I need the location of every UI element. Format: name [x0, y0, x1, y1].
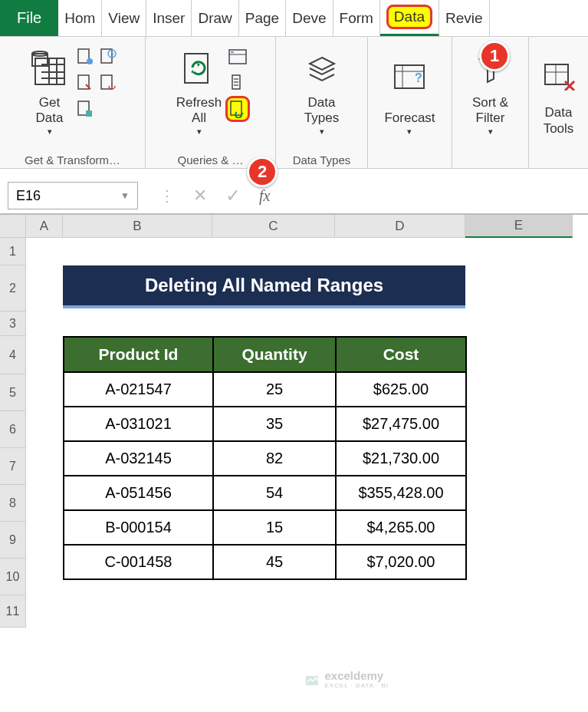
tab-formulas[interactable]: Form: [333, 0, 380, 36]
formula-bar: E16 ▼ ⋮ ✕ ✓ fx: [0, 178, 588, 215]
chevron-down-icon[interactable]: ▼: [120, 190, 130, 201]
svg-rect-12: [86, 110, 92, 117]
name-box[interactable]: E16 ▼: [8, 182, 138, 209]
cancel-icon[interactable]: ✕: [193, 186, 207, 206]
cell-cost[interactable]: $4,265.00: [336, 510, 466, 545]
select-all-corner[interactable]: [0, 215, 26, 238]
existing-connections-icon[interactable]: [97, 72, 120, 94]
tab-insert[interactable]: Inser: [146, 0, 192, 36]
tab-data[interactable]: Data: [380, 0, 439, 36]
data-tools-icon: [542, 60, 576, 91]
data-tools-button[interactable]: Data Tools: [537, 41, 580, 140]
fx-icon[interactable]: fx: [259, 187, 270, 205]
cell-cost[interactable]: $625.00: [336, 372, 466, 407]
properties-icon[interactable]: [226, 72, 249, 94]
col-D[interactable]: D: [335, 215, 465, 238]
table-row: B-00015415$4,265.00: [64, 510, 466, 545]
column-headers: A B C D E: [26, 215, 588, 238]
svg-rect-13: [101, 49, 112, 63]
th-qty: Quantity: [213, 337, 336, 372]
cell-cost[interactable]: $27,475.00: [336, 407, 466, 441]
tab-file[interactable]: File: [0, 0, 58, 36]
cell-qty[interactable]: 54: [213, 476, 336, 510]
row-11[interactable]: 11: [0, 595, 26, 628]
data-types-icon: [304, 53, 340, 87]
tab-home[interactable]: Hom: [58, 0, 102, 36]
cell-product[interactable]: A-051456: [64, 476, 213, 510]
callout-2: 2: [247, 157, 278, 187]
cell-qty[interactable]: 82: [213, 441, 336, 476]
cell-product[interactable]: A-021547: [64, 372, 213, 407]
data-types-button[interactable]: Data Types ▾: [299, 41, 345, 140]
from-table-icon[interactable]: [74, 98, 97, 120]
svg-text:?: ?: [415, 71, 422, 84]
cell-qty[interactable]: 25: [213, 372, 336, 407]
row-3[interactable]: 3: [0, 312, 26, 336]
tab-draw[interactable]: Draw: [192, 0, 238, 36]
th-product: Product Id: [64, 337, 213, 372]
group-label-get-transform: Get & Transform…: [6, 152, 139, 166]
table-row: A-05145654$355,428.00: [64, 476, 466, 510]
tab-developer[interactable]: Deve: [286, 0, 333, 36]
svg-rect-24: [234, 81, 238, 83]
tab-page[interactable]: Page: [239, 0, 286, 36]
data-table: Product Id Quantity Cost A-02154725$625.…: [63, 336, 467, 580]
row-9[interactable]: 9: [0, 522, 26, 559]
row-8[interactable]: 8: [0, 485, 26, 522]
formula-more-icon[interactable]: ⋮: [159, 186, 175, 205]
row-4[interactable]: 4: [0, 336, 26, 374]
cell-product[interactable]: A-031021: [64, 407, 213, 441]
ribbon-tabs: File Hom View Inser Draw Page Deve Form …: [0, 0, 588, 37]
from-text-icon[interactable]: [74, 46, 97, 68]
cell-product[interactable]: A-032145: [64, 441, 213, 476]
recent-sources-icon[interactable]: [97, 46, 120, 68]
get-data-button[interactable]: Get Data ▾: [26, 41, 74, 140]
tab-view[interactable]: View: [102, 0, 146, 36]
cell-product[interactable]: C-001458: [64, 545, 213, 579]
group-get-transform: Get Data ▾ Get & Transform…: [0, 37, 146, 168]
edit-links-highlight: [225, 96, 250, 122]
table-row: C-00145845$7,020.00: [64, 545, 466, 579]
svg-rect-23: [234, 78, 238, 80]
refresh-all-button[interactable]: Refresh All ▾: [172, 41, 227, 140]
watermark: exceldemy EXCEL · DATA · BI: [304, 669, 389, 689]
group-queries: Refresh All ▾ Queries & …: [146, 37, 276, 168]
queries-connections-icon[interactable]: [226, 46, 249, 68]
col-B[interactable]: B: [63, 215, 212, 238]
cell-cost[interactable]: $21,730.00: [336, 441, 466, 476]
cell-product[interactable]: B-000154: [64, 510, 213, 545]
table-row: A-02154725$625.00: [64, 372, 466, 407]
row-2[interactable]: 2: [0, 265, 26, 312]
svg-rect-25: [234, 84, 238, 86]
watermark-icon: [304, 671, 320, 687]
title-banner: Deleting All Named Ranges: [63, 265, 465, 308]
cell-qty[interactable]: 15: [213, 510, 336, 545]
row-10[interactable]: 10: [0, 559, 26, 595]
row-6[interactable]: 6: [0, 411, 26, 448]
cell-cost[interactable]: $7,020.00: [336, 545, 466, 579]
tab-data-highlight: Data: [386, 5, 432, 29]
spreadsheet-grid: 1234567891011 A B C D E Deleting All Nam…: [0, 215, 588, 628]
tab-review[interactable]: Revie: [439, 0, 490, 36]
cell-qty[interactable]: 35: [213, 407, 336, 441]
forecast-icon: ?: [392, 62, 427, 93]
col-A[interactable]: A: [26, 215, 63, 238]
th-cost: Cost: [336, 337, 466, 372]
table-row: A-03102135$27,475.00: [64, 407, 466, 441]
edit-links-icon[interactable]: [226, 98, 249, 120]
row-1[interactable]: 1: [0, 238, 26, 265]
from-web-icon[interactable]: [74, 72, 97, 94]
confirm-icon[interactable]: ✓: [225, 185, 241, 206]
cell-qty[interactable]: 45: [213, 545, 336, 579]
row-7[interactable]: 7: [0, 448, 26, 485]
cell-cost[interactable]: $355,428.00: [336, 476, 466, 510]
col-C[interactable]: C: [212, 215, 335, 238]
group-data-tools: Data Tools: [529, 37, 588, 168]
col-E[interactable]: E: [465, 215, 573, 238]
callout-1: 1: [479, 41, 510, 71]
refresh-icon: [182, 52, 217, 87]
group-data-types: Data Types ▾ Data Types: [276, 37, 368, 168]
row-5[interactable]: 5: [0, 374, 26, 411]
forecast-button[interactable]: ? Forecast ▾: [379, 41, 439, 140]
table-row: A-03214582$21,730.00: [64, 441, 466, 476]
